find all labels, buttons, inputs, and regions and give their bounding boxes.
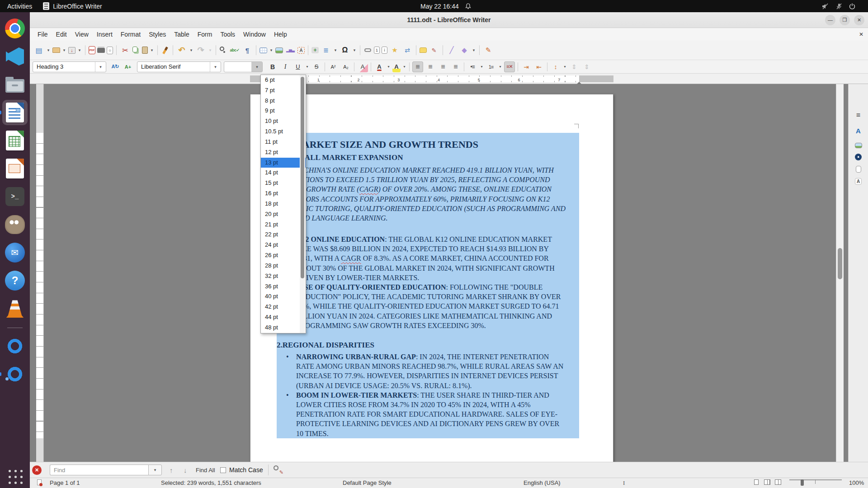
- paste-icon[interactable]: [142, 47, 148, 54]
- paste-dropdown[interactable]: ▾: [150, 45, 154, 56]
- menu-item[interactable]: Insert: [93, 31, 117, 38]
- show-draw-functions-icon[interactable]: ✎: [483, 45, 494, 56]
- dropdown-scrollbar[interactable]: [300, 75, 305, 333]
- restore-button[interactable]: ❒: [840, 15, 850, 25]
- power-icon[interactable]: [849, 3, 855, 9]
- close-document-icon[interactable]: ✕: [859, 31, 863, 38]
- sidebar-settings-icon[interactable]: ≡: [851, 108, 866, 122]
- word-count-status[interactable]: Selected: 239 words, 1,551 characters: [161, 479, 261, 486]
- microphone-muted-icon[interactable]: [836, 3, 842, 9]
- insert-cross-reference-icon[interactable]: ⇄: [402, 45, 413, 56]
- font-size-option[interactable]: 12 pt: [261, 147, 306, 158]
- insert-line-icon[interactable]: ╱: [446, 45, 457, 56]
- font-size-option[interactable]: 40 pt: [261, 291, 306, 302]
- page-style-status[interactable]: Default Page Style: [343, 479, 392, 486]
- subscript-button[interactable]: A₂: [340, 61, 351, 72]
- font-size-option[interactable]: 44 pt: [261, 312, 306, 323]
- font-size-option[interactable]: 26 pt: [261, 250, 306, 261]
- menu-item[interactable]: View: [71, 31, 93, 38]
- print-icon[interactable]: [97, 48, 105, 53]
- dock-item-files[interactable]: [2, 72, 28, 97]
- basic-shapes-dropdown[interactable]: ▾: [472, 45, 476, 56]
- font-size-option[interactable]: 22 pt: [261, 230, 306, 240]
- underline-button[interactable]: U: [292, 61, 303, 72]
- book-view-icon[interactable]: [775, 479, 781, 485]
- close-find-bar-button[interactable]: ✕: [32, 465, 42, 475]
- insert-bookmark-icon[interactable]: ★: [389, 45, 400, 56]
- align-left-button[interactable]: ≡: [412, 61, 423, 72]
- menu-item[interactable]: Form: [193, 31, 217, 38]
- dock-item-help[interactable]: ?: [2, 268, 28, 293]
- line-spacing-button[interactable]: ↕: [550, 61, 561, 72]
- font-size-option[interactable]: 10 pt: [261, 116, 306, 127]
- navigator-icon[interactable]: [855, 154, 862, 160]
- font-size-dropdown-button[interactable]: ▾: [251, 62, 262, 72]
- update-style-icon[interactable]: A↻: [110, 61, 121, 72]
- dock-item-libreoffice-impress[interactable]: [2, 156, 28, 181]
- spelling-icon[interactable]: abc✓: [229, 45, 240, 56]
- font-size-combo[interactable]: ▾: [224, 61, 263, 72]
- special-character-icon[interactable]: Ω: [340, 45, 350, 56]
- decrease-paragraph-spacing-button[interactable]: ⇕: [581, 61, 592, 72]
- paragraph-style-combo[interactable]: Heading 3 ▾: [33, 61, 106, 72]
- align-right-button[interactable]: ≡: [438, 61, 448, 72]
- scrollbar-thumb[interactable]: [838, 248, 842, 279]
- open-dropdown[interactable]: ▾: [62, 45, 66, 56]
- underline-dropdown[interactable]: ▾: [305, 61, 309, 72]
- undo-dropdown[interactable]: ▾: [189, 45, 193, 56]
- insert-field-icon[interactable]: ≣: [321, 45, 331, 56]
- insert-footnote-icon[interactable]: 1: [374, 47, 380, 54]
- dock-item-terminal[interactable]: >_: [2, 184, 28, 209]
- insert-hyperlink-icon[interactable]: [364, 48, 371, 52]
- find-history-dropdown[interactable]: ▾: [148, 465, 162, 475]
- paragraph-style-dropdown[interactable]: ▾: [95, 62, 106, 72]
- find-and-replace-icon[interactable]: ✎: [273, 465, 283, 475]
- font-size-option[interactable]: 24 pt: [261, 240, 306, 250]
- clock[interactable]: May 22 16:44: [420, 3, 459, 10]
- font-size-option[interactable]: 36 pt: [261, 282, 306, 292]
- dock-item-libreoffice-writer[interactable]: [2, 100, 28, 125]
- menu-item[interactable]: Table: [170, 31, 193, 38]
- menu-item[interactable]: Tools: [216, 31, 239, 38]
- print-preview-icon[interactable]: ○: [107, 47, 113, 54]
- increase-indent-button[interactable]: ⇥: [521, 61, 532, 72]
- zoom-level[interactable]: 100%: [849, 479, 864, 486]
- insert-comment-icon[interactable]: [420, 47, 427, 53]
- bullet-list-dropdown[interactable]: ▾: [480, 61, 484, 72]
- redo-icon[interactable]: ↷: [195, 45, 206, 56]
- font-size-option[interactable]: 9 pt: [261, 106, 306, 116]
- menu-item[interactable]: Help: [270, 31, 291, 38]
- menu-item[interactable]: Styles: [145, 31, 170, 38]
- insert-image-icon[interactable]: [275, 47, 283, 53]
- show-applications-button[interactable]: [6, 467, 24, 485]
- dock-item-chat-app[interactable]: [2, 333, 28, 359]
- font-size-option[interactable]: 42 pt: [261, 302, 306, 312]
- font-size-option[interactable]: 28 pt: [261, 261, 306, 271]
- vertical-scrollbar[interactable]: [836, 84, 844, 462]
- undo-icon[interactable]: ↶: [176, 45, 187, 56]
- increase-paragraph-spacing-button[interactable]: ⇕: [569, 61, 580, 72]
- focused-app-name[interactable]: LibreOffice Writer: [53, 3, 102, 10]
- menu-item[interactable]: File: [33, 31, 52, 38]
- special-character-dropdown[interactable]: ▾: [352, 45, 357, 56]
- find-previous-icon[interactable]: ↑: [170, 466, 173, 474]
- page-count-status[interactable]: Page 1 of 1: [50, 479, 80, 486]
- clear-formatting-button[interactable]: A: [357, 61, 368, 72]
- cut-icon[interactable]: ✂: [120, 45, 131, 56]
- superscript-button[interactable]: A²: [328, 61, 339, 72]
- decrease-indent-button[interactable]: ⇤: [533, 61, 544, 72]
- highlight-color-button[interactable]: A: [392, 61, 401, 72]
- insert-table-dropdown[interactable]: ▾: [269, 45, 274, 56]
- language-status[interactable]: English (USA): [524, 479, 561, 486]
- open-icon[interactable]: [52, 47, 60, 53]
- save-dropdown[interactable]: ▾: [77, 45, 82, 56]
- italic-button[interactable]: I: [280, 61, 291, 72]
- zoom-slider-handle[interactable]: [801, 479, 804, 486]
- insert-page-break-icon[interactable]: +: [311, 47, 319, 53]
- dropdown-scrollbar-thumb[interactable]: [301, 77, 304, 278]
- font-size-option[interactable]: 10.5 pt: [261, 127, 306, 137]
- track-changes-icon[interactable]: ✎: [429, 45, 439, 56]
- bullet-list-button[interactable]: •≡: [467, 61, 478, 72]
- font-size-option[interactable]: 20 pt: [261, 209, 306, 220]
- save-icon[interactable]: ↓: [68, 47, 75, 54]
